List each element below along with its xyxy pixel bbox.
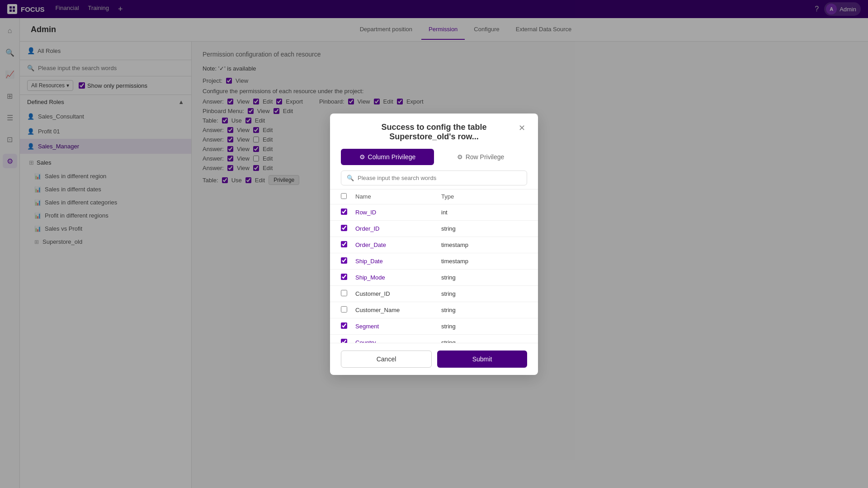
modal-overlay: Success to config the table Superstore_o…	[0, 0, 868, 488]
dialog-header: Success to config the table Superstore_o…	[330, 114, 538, 149]
row-type-4: string	[441, 274, 527, 281]
row-type-1: string	[441, 225, 527, 232]
table-row: Order_ID string	[330, 221, 538, 237]
dialog-table-header: Name Type	[330, 190, 538, 204]
type-column-header: Type	[441, 193, 527, 200]
tab-column-privilege[interactable]: ⚙ Column Privilege	[341, 149, 434, 165]
dialog: Success to config the table Superstore_o…	[330, 114, 538, 375]
row-type-2: timestamp	[441, 242, 527, 248]
dialog-title: Success to config the table Superstore_o…	[352, 123, 516, 142]
table-row: Segment string	[330, 318, 538, 335]
row-name-3: Ship_Date	[355, 258, 441, 265]
row-type-3: timestamp	[441, 258, 527, 265]
close-icon[interactable]: ✕	[516, 123, 527, 133]
row-name-2: Order_Date	[355, 242, 441, 248]
tab-row-privilege[interactable]: ⚙ Row Privilege	[434, 149, 527, 165]
row-checkbox-4[interactable]	[341, 274, 347, 280]
row-checkbox-5[interactable]	[341, 290, 347, 296]
dialog-table: Name Type Row_ID int Order_ID string Ord…	[330, 189, 538, 343]
row-type-8: string	[441, 339, 527, 343]
row-type-6: string	[441, 307, 527, 313]
dialog-table-body: Row_ID int Order_ID string Order_Date ti…	[330, 204, 538, 343]
dialog-tabs: ⚙ Column Privilege ⚙ Row Privilege	[330, 149, 538, 171]
row-name-7: Segment	[355, 323, 441, 330]
row-checkbox-0[interactable]	[341, 208, 347, 215]
row-name-6: Customer_Name	[355, 307, 441, 313]
table-row: Customer_Name string	[330, 302, 538, 318]
select-all-checkbox[interactable]	[341, 193, 347, 199]
row-checkbox-2[interactable]	[341, 241, 347, 247]
cancel-button[interactable]: Cancel	[341, 351, 432, 368]
dialog-search-input[interactable]	[358, 175, 521, 181]
dialog-search-bar: 🔍	[341, 171, 527, 185]
row-name-5: Customer_ID	[355, 290, 441, 297]
row-checkbox-8[interactable]	[341, 339, 347, 343]
search-icon: 🔍	[347, 175, 354, 181]
row-checkbox-1[interactable]	[341, 225, 347, 231]
table-row: Row_ID int	[330, 204, 538, 221]
row-type-7: string	[441, 323, 527, 330]
table-row: Customer_ID string	[330, 286, 538, 302]
table-row: Country string	[330, 335, 538, 343]
row-checkbox-3[interactable]	[341, 257, 347, 264]
row-checkbox-6[interactable]	[341, 306, 347, 313]
row-name-1: Order_ID	[355, 225, 441, 232]
row-name-8: Country	[355, 339, 441, 343]
submit-button[interactable]: Submit	[437, 351, 527, 368]
table-row: Order_Date timestamp	[330, 237, 538, 253]
row-icon: ⚙	[457, 153, 463, 161]
row-name-0: Row_ID	[355, 209, 441, 216]
select-all-header	[341, 193, 355, 200]
name-column-header: Name	[355, 193, 441, 200]
row-name-4: Ship_Mode	[355, 274, 441, 281]
column-icon: ⚙	[359, 153, 365, 161]
row-checkbox-7[interactable]	[341, 322, 347, 329]
dialog-footer: Cancel Submit	[330, 343, 538, 375]
table-row: Ship_Mode string	[330, 270, 538, 286]
table-row: Ship_Date timestamp	[330, 253, 538, 270]
row-type-0: int	[441, 209, 527, 216]
row-type-5: string	[441, 290, 527, 297]
